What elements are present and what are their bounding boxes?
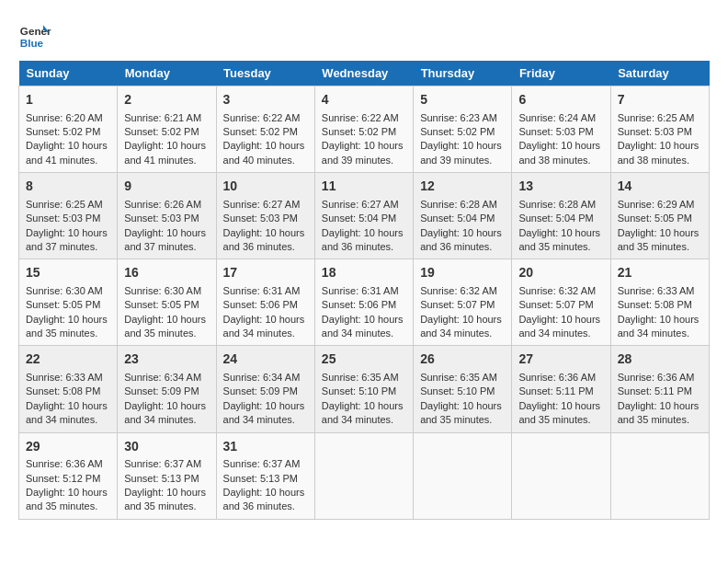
calendar-day-cell: 29Sunrise: 6:36 AMSunset: 5:12 PMDayligh… [19, 432, 118, 519]
calendar-day-cell: 7Sunrise: 6:25 AMSunset: 5:03 PMDaylight… [610, 86, 709, 173]
calendar-day-cell [414, 432, 512, 519]
day-number: 18 [322, 264, 406, 282]
day-number: 31 [223, 438, 308, 456]
day-header-monday: Monday [118, 61, 216, 86]
day-number: 12 [420, 178, 505, 196]
day-number: 25 [322, 350, 406, 369]
day-header-sunday: Sunday [19, 61, 118, 86]
calendar-day-cell: 11Sunrise: 6:27 AMSunset: 5:04 PMDayligh… [314, 173, 413, 259]
day-number: 8 [26, 178, 110, 196]
calendar-day-cell: 26Sunrise: 6:35 AMSunset: 5:10 PMDayligh… [414, 346, 512, 432]
calendar-day-cell: 24Sunrise: 6:34 AMSunset: 5:09 PMDayligh… [216, 346, 314, 432]
calendar-day-cell: 13Sunrise: 6:28 AMSunset: 5:04 PMDayligh… [512, 173, 610, 259]
day-number: 17 [223, 264, 308, 282]
calendar-day-cell: 2Sunrise: 6:21 AMSunset: 5:02 PMDaylight… [118, 86, 216, 173]
day-number: 22 [26, 350, 110, 369]
calendar-day-cell: 18Sunrise: 6:31 AMSunset: 5:06 PMDayligh… [314, 259, 413, 346]
day-number: 4 [322, 91, 406, 109]
day-number: 5 [420, 91, 505, 109]
calendar-week-row: 22Sunrise: 6:33 AMSunset: 5:08 PMDayligh… [19, 346, 710, 432]
calendar-day-cell: 14Sunrise: 6:29 AMSunset: 5:05 PMDayligh… [610, 173, 709, 259]
day-number: 14 [618, 178, 702, 196]
calendar-day-cell: 28Sunrise: 6:36 AMSunset: 5:11 PMDayligh… [610, 346, 709, 432]
calendar-day-cell [314, 432, 413, 519]
calendar-day-cell: 8Sunrise: 6:25 AMSunset: 5:03 PMDaylight… [19, 173, 118, 259]
calendar-day-cell: 5Sunrise: 6:23 AMSunset: 5:02 PMDaylight… [414, 86, 512, 173]
calendar-week-row: 15Sunrise: 6:30 AMSunset: 5:05 PMDayligh… [19, 259, 710, 346]
day-number: 7 [618, 91, 702, 109]
day-number: 3 [223, 91, 308, 109]
calendar-day-cell: 3Sunrise: 6:22 AMSunset: 5:02 PMDaylight… [216, 86, 314, 173]
day-header-tuesday: Tuesday [216, 61, 314, 86]
day-number: 16 [124, 264, 209, 282]
calendar-header-row: SundayMondayTuesdayWednesdayThursdayFrid… [19, 61, 710, 86]
day-number: 6 [518, 91, 603, 109]
day-number: 13 [518, 178, 603, 196]
logo-icon: General Blue [18, 18, 51, 52]
day-number: 15 [26, 264, 110, 282]
calendar-table: SundayMondayTuesdayWednesdayThursdayFrid… [18, 61, 710, 520]
calendar-day-cell: 17Sunrise: 6:31 AMSunset: 5:06 PMDayligh… [216, 259, 314, 346]
day-number: 9 [124, 178, 209, 196]
day-header-thursday: Thursday [414, 61, 512, 86]
day-number: 10 [223, 178, 308, 196]
calendar-day-cell: 1Sunrise: 6:20 AMSunset: 5:02 PMDaylight… [19, 86, 118, 173]
calendar-day-cell: 21Sunrise: 6:33 AMSunset: 5:08 PMDayligh… [610, 259, 709, 346]
calendar-day-cell: 31Sunrise: 6:37 AMSunset: 5:13 PMDayligh… [216, 432, 314, 519]
calendar-day-cell: 15Sunrise: 6:30 AMSunset: 5:05 PMDayligh… [19, 259, 118, 346]
calendar-week-row: 8Sunrise: 6:25 AMSunset: 5:03 PMDaylight… [19, 173, 710, 259]
calendar-day-cell: 22Sunrise: 6:33 AMSunset: 5:08 PMDayligh… [19, 346, 118, 432]
day-number: 29 [26, 438, 110, 456]
calendar-day-cell: 20Sunrise: 6:32 AMSunset: 5:07 PMDayligh… [512, 259, 610, 346]
page-header: General Blue [18, 18, 710, 52]
day-number: 23 [124, 350, 209, 369]
day-number: 11 [322, 178, 406, 196]
calendar-day-cell: 30Sunrise: 6:37 AMSunset: 5:13 PMDayligh… [118, 432, 216, 519]
calendar-day-cell: 16Sunrise: 6:30 AMSunset: 5:05 PMDayligh… [118, 259, 216, 346]
day-number: 21 [618, 264, 702, 282]
calendar-day-cell: 4Sunrise: 6:22 AMSunset: 5:02 PMDaylight… [314, 86, 413, 173]
svg-text:Blue: Blue [20, 37, 44, 49]
day-number: 19 [420, 264, 505, 282]
day-number: 1 [26, 91, 110, 109]
calendar-day-cell [610, 432, 709, 519]
day-header-saturday: Saturday [610, 61, 709, 86]
calendar-week-row: 1Sunrise: 6:20 AMSunset: 5:02 PMDaylight… [19, 86, 710, 173]
calendar-week-row: 29Sunrise: 6:36 AMSunset: 5:12 PMDayligh… [19, 432, 710, 519]
calendar-day-cell: 27Sunrise: 6:36 AMSunset: 5:11 PMDayligh… [512, 346, 610, 432]
day-header-wednesday: Wednesday [314, 61, 413, 86]
day-number: 2 [124, 91, 209, 109]
calendar-day-cell: 10Sunrise: 6:27 AMSunset: 5:03 PMDayligh… [216, 173, 314, 259]
logo: General Blue [18, 18, 51, 52]
day-number: 20 [518, 264, 603, 282]
calendar-day-cell: 9Sunrise: 6:26 AMSunset: 5:03 PMDaylight… [118, 173, 216, 259]
calendar-day-cell: 19Sunrise: 6:32 AMSunset: 5:07 PMDayligh… [414, 259, 512, 346]
day-number: 28 [618, 350, 702, 369]
day-number: 24 [223, 350, 308, 369]
day-number: 27 [518, 350, 603, 369]
calendar-day-cell: 6Sunrise: 6:24 AMSunset: 5:03 PMDaylight… [512, 86, 610, 173]
calendar-day-cell [512, 432, 610, 519]
day-number: 26 [420, 350, 505, 369]
calendar-day-cell: 23Sunrise: 6:34 AMSunset: 5:09 PMDayligh… [118, 346, 216, 432]
calendar-day-cell: 25Sunrise: 6:35 AMSunset: 5:10 PMDayligh… [314, 346, 413, 432]
day-number: 30 [124, 438, 209, 456]
calendar-day-cell: 12Sunrise: 6:28 AMSunset: 5:04 PMDayligh… [414, 173, 512, 259]
day-header-friday: Friday [512, 61, 610, 86]
